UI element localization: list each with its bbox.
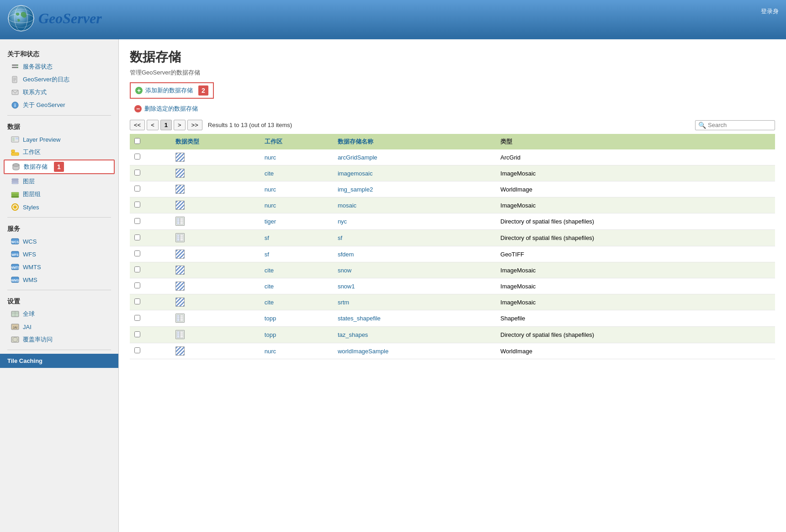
sidebar-label-about: 关于 GeoServer [23,101,65,109]
sidebar-item-wfs[interactable]: WFS WFS [0,248,118,261]
row-checkbox[interactable] [134,186,140,192]
tile-caching-bar[interactable]: Tile Caching [0,354,118,368]
select-all-checkbox[interactable] [134,138,140,144]
datastores-table: 数据类型 工作区 数据存储名称 类型 nurcarcGridSampleArcG… [130,134,775,359]
table-row: nurcimg_sample2WorldImage [130,181,775,197]
row-name[interactable]: srtm [338,299,349,306]
delete-btn-label: 删除选定的数据存储 [144,105,198,113]
sidebar-item-datastores[interactable]: 数据存储 1 [4,160,115,174]
row-workspace[interactable]: nurc [265,202,276,209]
log-icon [11,75,19,84]
row-type: ArcGrid [496,149,775,165]
pagination-next[interactable]: > [174,120,186,130]
row-workspace[interactable]: cite [265,267,274,274]
row-workspace[interactable]: topp [265,331,276,338]
row-checkbox[interactable] [134,234,140,240]
table-header-name[interactable]: 数据存储名称 [333,134,496,149]
delete-datastore-button[interactable]: − 删除选定的数据存储 [130,102,202,115]
pagination-prev[interactable]: < [147,120,159,130]
row-workspace[interactable]: cite [265,283,274,290]
table-body: nurcarcGridSampleArcGrid citeimagemosaic… [130,149,775,359]
row-name[interactable]: snow1 [338,283,355,290]
row-name[interactable]: arcGridSample [338,154,377,161]
row-checkbox[interactable] [134,347,140,353]
sidebar-item-wcs[interactable]: WCS WCS [0,235,118,248]
sidebar-item-layer-groups[interactable]: 图层组 [0,188,118,201]
svg-text:WFS: WFS [11,253,19,256]
table-row: citesnow1ImageMosaic [130,278,775,294]
sidebar-label-wmts: WMTS [23,264,41,271]
row-checkbox[interactable] [134,266,140,272]
raster-icon [175,250,185,259]
table-header-datatype[interactable]: 数据类型 [171,134,260,149]
row-workspace[interactable]: cite [265,170,274,177]
sidebar-item-jai[interactable]: JAI JAI [0,320,118,333]
row-name[interactable]: mosaic [338,202,356,209]
row-checkbox[interactable] [134,298,140,304]
row-workspace[interactable]: nurc [265,186,276,193]
pagination-last[interactable]: >> [187,120,202,130]
row-checkbox[interactable] [134,202,140,207]
sidebar-item-wms[interactable]: WMS WMS [0,273,118,286]
sidebar-item-global[interactable]: 全球 [0,308,118,320]
row-name[interactable]: worldImageSample [338,348,388,355]
row-name[interactable]: sfdem [338,251,354,258]
about-icon: i [11,101,19,109]
svg-text:WCS: WCS [11,240,19,244]
datastore-icon [12,163,20,171]
row-checkbox[interactable] [134,331,140,337]
row-name[interactable]: states_shapefile [338,315,381,322]
row-checkbox[interactable] [134,218,140,224]
styles-icon [11,203,19,211]
sidebar-item-log[interactable]: GeoServer的日志 [0,73,118,86]
search-input[interactable] [708,122,772,128]
vector-icon [175,330,185,339]
header: GeoServer 登录身 [0,0,786,37]
row-checkbox[interactable] [134,282,140,288]
sidebar-label-wcs: WCS [23,238,37,245]
row-workspace[interactable]: nurc [265,348,276,355]
add-datastore-button[interactable]: + 添加新的数据存储 2 [130,82,214,99]
row-workspace[interactable]: cite [265,299,274,306]
sidebar-item-server-status[interactable]: 服务器状态 [0,60,118,73]
svg-rect-27 [11,196,19,197]
row-name[interactable]: taz_shapes [338,331,368,338]
row-checkbox[interactable] [134,154,140,160]
row-workspace[interactable]: nurc [265,154,276,161]
row-workspace[interactable]: topp [265,315,276,322]
row-checkbox[interactable] [134,250,140,256]
sidebar-item-wmts[interactable]: WMTS WMTS [0,261,118,273]
row-name[interactable]: imagemosaic [338,170,373,177]
svg-rect-16 [12,138,15,141]
login-link[interactable]: 登录身 [761,7,779,16]
svg-rect-46 [177,218,180,224]
row-checkbox[interactable] [134,170,140,176]
pagination-current[interactable]: 1 [160,120,172,130]
row-name[interactable]: sf [338,234,342,241]
raster-icon [175,153,185,162]
sidebar-item-styles[interactable]: Styles [0,201,118,213]
search-box-wrap: 🔍 [695,120,775,130]
pagination-first[interactable]: << [130,120,145,130]
sidebar-item-contact[interactable]: 联系方式 [0,86,118,99]
delete-button-wrap: − 删除选定的数据存储 [130,102,775,115]
row-name[interactable]: img_sample2 [338,186,373,193]
row-name[interactable]: nyc [338,218,347,225]
sidebar-divider-1 [7,115,111,116]
row-type: GeoTIFF [496,246,775,262]
row-checkbox[interactable] [134,315,140,321]
sidebar-item-workspace[interactable]: 工作区 [0,146,118,159]
sidebar-item-layer-preview[interactable]: Layer Preview [0,133,118,146]
sidebar-item-layers[interactable]: 图层 [0,175,118,188]
logo-area: GeoServer [7,5,102,32]
svg-rect-19 [11,153,19,155]
row-name[interactable]: snow [338,267,351,274]
table-header-workspace[interactable]: 工作区 [260,134,333,149]
sidebar-item-coverage[interactable]: 覆盖率访问 [0,333,118,346]
row-workspace[interactable]: tiger [265,218,276,225]
contact-icon [11,88,19,96]
sidebar-item-about[interactable]: i 关于 GeoServer [0,99,118,112]
row-workspace[interactable]: sf [265,251,269,258]
row-workspace[interactable]: sf [265,234,269,241]
layer-preview-icon [11,135,19,144]
